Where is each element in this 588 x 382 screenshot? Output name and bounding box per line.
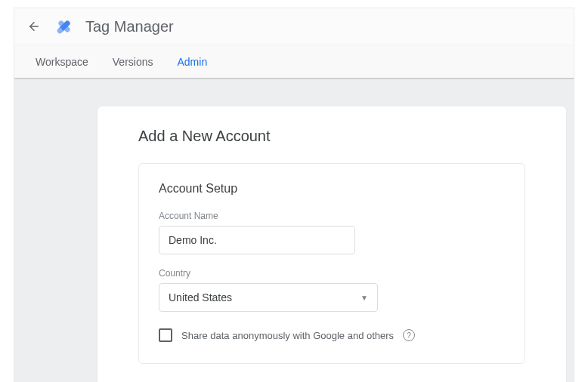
account-setup-section: Account Setup Account Name Country Unite… [138,163,525,364]
tag-manager-logo-icon [54,16,75,37]
share-data-label: Share data anonymously with Google and o… [181,330,394,341]
country-select[interactable]: United States ▼ [159,283,378,312]
account-card: Add a New Account Account Setup Account … [97,106,566,382]
chevron-down-icon: ▼ [361,294,368,302]
country-value: United States [169,291,232,303]
top-bar: Tag Manager [14,8,574,45]
help-icon[interactable]: ? [403,329,415,341]
tab-versions[interactable]: Versions [113,56,153,68]
tab-workspace[interactable]: Workspace [36,56,88,68]
country-label: Country [159,268,505,279]
section-title: Account Setup [159,182,505,196]
tab-admin[interactable]: Admin [177,56,207,68]
app-title: Tag Manager [85,18,174,35]
back-button[interactable] [25,17,43,35]
country-field-group: Country United States ▼ [159,268,505,312]
arrow-left-icon [27,20,41,33]
account-name-field-group: Account Name [159,211,505,254]
content-area: Add a New Account Account Setup Account … [14,79,574,382]
share-data-checkbox[interactable] [159,328,172,342]
page-title: Add a New Account [138,128,525,145]
tab-bar: Workspace Versions Admin [14,45,574,79]
account-name-label: Account Name [159,211,505,221]
share-data-row: Share data anonymously with Google and o… [159,328,505,342]
account-name-input[interactable] [159,226,355,254]
